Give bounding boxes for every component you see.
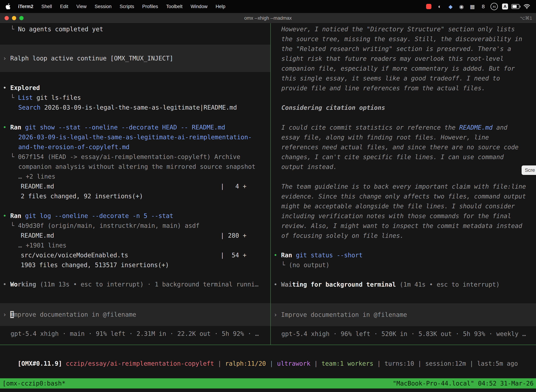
tmux-pane-right[interactable]: However, I noticed the "Directory Struct…	[271, 23, 536, 345]
raycast-icon[interactable]: ◆	[446, 2, 455, 11]
terminal-content: └ No agents completed yet› Ralph loop ac…	[0, 23, 536, 345]
battery-gauge-icon[interactable]: .61	[490, 2, 499, 11]
omx-worktree: cczip/essay/ai-reimplementation-copyleft	[66, 360, 214, 367]
text-segment: src/voice/voiceModeEnabled.ts	[21, 252, 128, 259]
text-segment: ›	[3, 55, 10, 62]
reasoning-text: changes, I can't cite specific file line…	[271, 152, 536, 162]
text-segment: Ran	[281, 252, 292, 259]
text-segment: ting for background terminal	[292, 281, 396, 288]
prompt-input[interactable]: › Improve documentation in @filename	[271, 303, 536, 326]
window-titlebar: omx --xhigh --madmax ⌥⌘1	[0, 13, 536, 23]
text-segment: Wo	[10, 281, 18, 288]
menu-toolbelt[interactable]: Toolbelt	[162, 4, 187, 9]
reasoning-text: of focusing solely on file lines.	[271, 231, 536, 241]
text-segment: git status --short	[292, 252, 362, 259]
menu-iterm2[interactable]: iTerm2	[14, 4, 38, 9]
text-segment: companion file, especially if more comme…	[281, 65, 515, 72]
menu-session[interactable]: Session	[91, 4, 115, 9]
bullet-icon: •	[274, 252, 281, 259]
prompt-icon: ›	[274, 311, 281, 318]
text-segment: 067f154 (HEAD -> essay/ai-reimplementati…	[18, 153, 240, 160]
text-segment: this single essay, it seems like a good …	[281, 75, 500, 82]
text-segment: provide file and line references from th…	[281, 85, 485, 92]
window-title: omx --xhigh --madmax	[0, 15, 536, 21]
omx-status-line: [OMX#0.11.9] cczip/essay/ai-reimplementa…	[18, 360, 518, 367]
ran-command: • Ran git status --short	[271, 250, 536, 260]
text-segment: (no output)	[289, 261, 330, 269]
bullet-icon: •	[3, 281, 10, 288]
menu-window[interactable]: Window	[187, 4, 211, 9]
ralph-loop-banner: › Ralph loop active continue [OMX_TMUX_I…	[0, 45, 270, 72]
text-segment: of focusing solely on file lines.	[281, 232, 404, 239]
omx-turns: turns:10	[384, 360, 414, 367]
terminal-line: └ List git ls-files	[0, 93, 270, 103]
zoom-button[interactable]	[19, 16, 24, 20]
input-source-icon[interactable]: A	[500, 2, 510, 11]
text-segment: the source tree, missing the essay. Stil…	[281, 36, 522, 42]
text-segment: … +2 lines	[18, 173, 55, 180]
tmux-pane-left[interactable]: └ No agents completed yet› Ralph loop ac…	[0, 23, 270, 345]
terminal-line: 2 files changed, 92 insertions(+)	[0, 191, 270, 201]
text-segment: Ran	[10, 124, 21, 131]
wifi-icon[interactable]	[522, 2, 531, 11]
apps-grid-icon[interactable]: ▦	[468, 2, 477, 11]
media-player-icon[interactable]: ◉	[457, 2, 466, 11]
reasoning-text: the "Related research writing" section i…	[271, 44, 536, 54]
reasoning-text: output instead.	[271, 162, 536, 172]
text-cursor: I	[10, 311, 14, 318]
prompt-input[interactable]: › Improve documentation in @filename	[0, 303, 270, 326]
text-segment: Considering citation options	[281, 104, 385, 111]
reasoning-text: essay file, along with finding root file…	[271, 132, 536, 142]
text-segment: However, I noticed the "Directory Struct…	[281, 26, 515, 33]
omx-session: session:12m	[425, 360, 466, 367]
screen-recording-icon[interactable]	[424, 2, 433, 11]
text-segment: git ls-files	[33, 94, 81, 101]
screen-share-tooltip[interactable]: Scre	[522, 165, 536, 175]
reasoning-text: this single essay, it seems like a good …	[271, 73, 536, 83]
session-status: gpt-5.4 xhigh · main · 91% left · 2.31M …	[0, 329, 270, 339]
text-segment: └	[10, 222, 18, 229]
stats-icon[interactable]: 8	[479, 2, 488, 11]
separator: |	[214, 360, 225, 367]
diffstat-count: | 280 +	[220, 231, 247, 240]
tmux-session-window[interactable]: [omx-cczip0:bash*	[2, 380, 65, 387]
menu-edit[interactable]: Edit	[56, 4, 72, 9]
menu-scripts[interactable]: Scripts	[115, 4, 138, 9]
reasoning-text: companion file, especially if more comme…	[271, 64, 536, 73]
omx-last: last:5m ago	[477, 360, 518, 367]
close-button[interactable]	[5, 16, 9, 20]
separator: |	[266, 360, 277, 367]
ran-command: • Ran git log --oneline --decorate -n 5 …	[0, 211, 270, 221]
omx-version: [OMX#0.11.9]	[18, 360, 66, 367]
menu-help[interactable]: Help	[211, 4, 230, 9]
text-segment: 2026-03-09-is-legal-the-same-as-legitima…	[18, 134, 252, 141]
text-segment: output instead.	[281, 163, 337, 170]
diffstat-count: | 54 +	[220, 250, 247, 260]
reasoning-text: evidence. Since this change only affects…	[271, 191, 536, 201]
traffic-lights	[5, 16, 24, 20]
menu-shell[interactable]: Shell	[38, 4, 56, 9]
minimize-button[interactable]	[12, 16, 16, 20]
text-segment: Wai	[281, 281, 292, 288]
text-segment: Search	[18, 104, 40, 111]
reasoning-text: might be acceptable alongside the file l…	[271, 201, 536, 211]
battery-icon[interactable]	[511, 2, 521, 11]
apple-menu-icon[interactable]	[4, 3, 14, 10]
text-segment: (11m 13s • esc to interrupt) · 1 backgro…	[36, 281, 258, 288]
text-segment: 2 files changed, 92 insertions(+)	[21, 193, 143, 200]
bullet-icon: •	[3, 84, 10, 91]
text-segment: mprove documentation in @filename	[14, 311, 136, 318]
menu-view[interactable]: View	[72, 4, 91, 9]
terminal-line: companion analysis without altering the …	[0, 162, 270, 172]
text-segment: The team guideline is to back every impo…	[281, 183, 526, 190]
menu-profiles[interactable]: Profiles	[138, 4, 162, 9]
reasoning-text: the source tree, missing the essay. Stil…	[271, 34, 536, 44]
terminal-line: └ 4b9d30f (origin/main, instructkr/main,…	[0, 221, 270, 231]
desktop: iTerm2ShellEditViewSessionScriptsProfile…	[0, 0, 536, 392]
bullet-icon: •	[3, 124, 10, 131]
terminal-line: README.md| 280 +	[0, 231, 270, 240]
working-status: • Working (11m 13s • esc to interrupt) ·…	[0, 280, 270, 289]
text-segment: the "Related research writing" section i…	[281, 45, 511, 52]
reasoning-text: However, I noticed the "Directory Struct…	[271, 24, 536, 34]
browser-icon[interactable]: ◐	[435, 2, 444, 11]
